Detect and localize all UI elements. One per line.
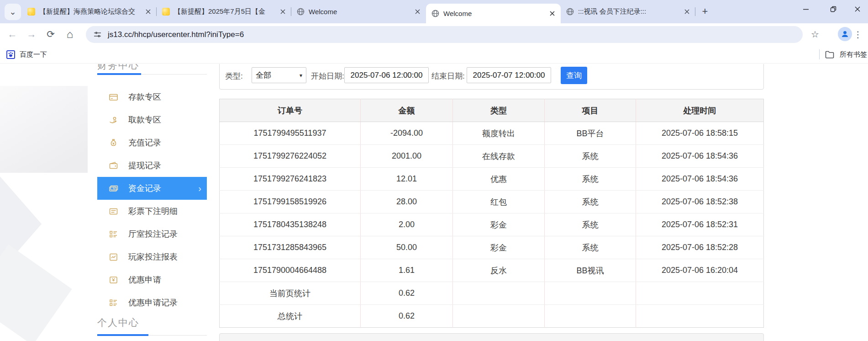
minimize-icon [803, 6, 809, 12]
deposit-card-icon [109, 92, 118, 102]
reload-button[interactable]: ⟳ [43, 27, 58, 42]
cell-amount: 0.62 [361, 282, 453, 305]
folder-icon [825, 51, 834, 59]
background-watermark [0, 86, 88, 173]
tab-title: 【新提醒】海燕策略论坛综合交 [39, 7, 140, 16]
cell-amount: 28.00 [361, 191, 453, 213]
sidebar-item-label: 充值记录 [128, 137, 161, 148]
sidebar-item-lottery-bet-details[interactable]: 彩票下注明细 [97, 200, 207, 223]
money-bag-icon [109, 138, 118, 148]
table-row: 1751799276241823 12.01 优惠 系统 2025-07-06 … [220, 168, 764, 191]
cell-type: 红包 [453, 191, 545, 213]
cell-order-no: 1751799495511937 [220, 122, 361, 145]
tab-1[interactable]: 【新提醒】海燕策略论坛综合交 [22, 0, 157, 23]
forum-favicon-icon [27, 8, 35, 16]
cell-type: 额度转出 [453, 122, 545, 145]
table-header-row: 订单号 金额 类型 项目 处理时间 [220, 99, 764, 122]
sidebar-menu: 存款专区 取款专区 充值记录 提现记录 [97, 85, 207, 314]
tab-list: 【新提醒】海燕策略论坛综合交 【新提醒】2025年7月5日【金 Welcome [22, 0, 712, 23]
cell-time: 2025-07-06 16:20:04 [636, 259, 764, 282]
cell-summary-label: 当前页统计 [220, 282, 361, 305]
cell-time: 2025-07-06 18:54:36 [636, 168, 764, 191]
star-icon: ☆ [811, 29, 819, 40]
sidebar-item-deposit-zone[interactable]: 存款专区 [97, 85, 207, 108]
cell-order-no: 1751799158519926 [220, 191, 361, 213]
tab-5[interactable]: :::视讯 会员下注纪录::: [561, 0, 695, 23]
table-summary-row-total: 总统计 0.62 [220, 305, 764, 328]
chevron-down-icon: ⌄ [9, 7, 16, 17]
bookmark-baidu[interactable]: 百度一下 [6, 48, 47, 61]
browser-menu-button[interactable]: ⋮ [850, 27, 866, 42]
all-bookmarks-button[interactable]: 所有书签 [819, 48, 867, 61]
chevron-right-icon: › [198, 183, 201, 194]
tab-2[interactable]: 【新提醒】2025年7月5日【金 [157, 0, 291, 23]
window-close-button[interactable] [847, 0, 868, 18]
cell-empty [453, 282, 545, 305]
sidebar-item-room-bet-records[interactable]: 厅室投注记录 [97, 223, 207, 245]
sidebar-item-promo-apply[interactable]: 优惠申请 [97, 268, 207, 291]
column-header: 金额 [361, 99, 453, 122]
back-button[interactable]: ← [5, 27, 20, 42]
search-button[interactable]: 查询 [561, 67, 587, 84]
cell-empty [545, 305, 636, 328]
cell-project: BB平台 [545, 122, 636, 145]
sidebar-item-withdraw-records[interactable]: 提现记录 [97, 154, 207, 177]
cash-icon [109, 184, 118, 193]
funds-records-table: 订单号 金额 类型 项目 处理时间 1751799495511937 -2094… [219, 99, 764, 328]
sidebar-section-finance: 财务中心 [97, 64, 207, 72]
address-bar[interactable]: js13.cc/hhcp/usercenter.html?iniType=6 [86, 26, 803, 43]
close-tab-icon[interactable] [279, 8, 287, 16]
sidebar-item-label: 玩家投注报表 [128, 251, 178, 262]
table-row: 1751799495511937 -2094.00 额度转出 BB平台 2025… [220, 122, 764, 145]
sidebar-section-underline [97, 335, 207, 336]
bookmark-page-button[interactable]: ☆ [807, 27, 823, 42]
bookmark-label: 百度一下 [20, 50, 47, 59]
close-tab-icon[interactable] [144, 8, 152, 16]
home-icon: ⌂ [67, 28, 74, 41]
cell-project: 系统 [545, 213, 636, 236]
cell-type: 优惠 [453, 168, 545, 191]
forward-button[interactable]: → [24, 27, 39, 42]
sidebar-item-promo-apply-records[interactable]: 优惠申请记录 [97, 291, 207, 314]
end-date-input[interactable] [467, 67, 551, 83]
sidebar-item-player-bet-report[interactable]: 玩家投注报表 [97, 245, 207, 268]
cell-project: 系统 [545, 145, 636, 168]
site-info-icon[interactable] [93, 30, 102, 39]
start-date-input[interactable] [344, 67, 429, 83]
table-row: 1751799276224052 2001.00 在线存款 系统 2025-07… [220, 145, 764, 168]
home-button[interactable]: ⌂ [62, 27, 78, 42]
tab-3[interactable]: Welcome [291, 0, 426, 23]
sidebar-section-personal: 个人中心 [97, 316, 139, 329]
sidebar-item-withdraw-zone[interactable]: 取款专区 [97, 108, 207, 131]
filter-panel: 类型: 全部 ▾ 开始日期: 结束日期: 查询 [219, 64, 764, 90]
cell-amount: 1.61 [361, 259, 453, 282]
new-tab-button[interactable]: + [698, 5, 712, 18]
cell-time: 2025-07-06 18:52:28 [636, 236, 764, 259]
type-select[interactable]: 全部 ▾ [252, 67, 306, 83]
close-tab-icon[interactable] [548, 10, 556, 18]
type-label: 类型: [225, 71, 243, 81]
close-tab-icon[interactable] [413, 8, 421, 16]
all-bookmarks-label: 所有书签 [840, 50, 867, 59]
cell-time: 2025-07-06 18:52:31 [636, 213, 764, 236]
type-select-value: 全部 [256, 70, 271, 80]
close-tab-icon[interactable] [683, 8, 691, 16]
column-header: 项目 [545, 99, 636, 122]
plus-icon: + [702, 5, 708, 17]
tab-search-button[interactable]: ⌄ [5, 4, 21, 20]
window-restore-button[interactable] [823, 0, 844, 18]
cell-type: 在线存款 [453, 145, 545, 168]
bookmarks-bar: 百度一下 所有书签 [0, 45, 868, 64]
sidebar-item-funds-records[interactable]: 资金记录 › [97, 177, 207, 200]
cell-empty [545, 282, 636, 305]
person-icon [841, 30, 849, 38]
sidebar-item-label: 优惠申请 [128, 274, 161, 285]
window-minimize-button[interactable] [795, 0, 816, 18]
tab-4-active[interactable]: Welcome [426, 4, 561, 23]
browser-toolbar: ← → ⟳ ⌂ js13.cc/hhcp/usercenter.html?ini… [0, 23, 868, 45]
restore-icon [830, 6, 836, 12]
column-header: 类型 [453, 99, 545, 122]
sidebar-item-recharge-records[interactable]: 充值记录 [97, 131, 207, 154]
sidebar-section-underline [97, 74, 207, 75]
cell-time: 2025-07-06 18:58:15 [636, 122, 764, 145]
